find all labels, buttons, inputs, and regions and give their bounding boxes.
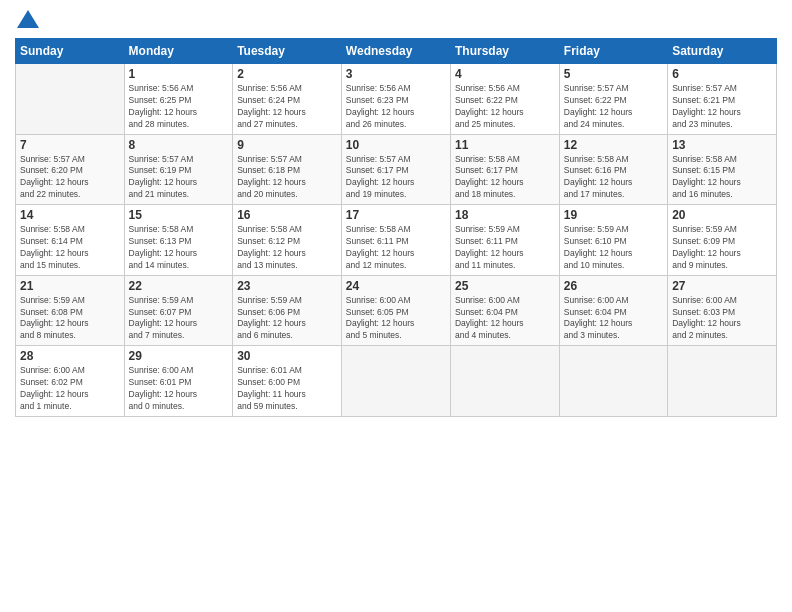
- day-number: 14: [20, 208, 120, 222]
- day-info: Sunrise: 5:58 AMSunset: 6:13 PMDaylight:…: [129, 224, 229, 272]
- day-info: Sunrise: 5:57 AMSunset: 6:19 PMDaylight:…: [129, 154, 229, 202]
- day-info: Sunrise: 5:56 AMSunset: 6:23 PMDaylight:…: [346, 83, 446, 131]
- day-info: Sunrise: 5:59 AMSunset: 6:06 PMDaylight:…: [237, 295, 337, 343]
- day-number: 20: [672, 208, 772, 222]
- calendar-cell: 23Sunrise: 5:59 AMSunset: 6:06 PMDayligh…: [233, 275, 342, 346]
- day-number: 13: [672, 138, 772, 152]
- calendar-header-row: SundayMondayTuesdayWednesdayThursdayFrid…: [16, 39, 777, 64]
- calendar-cell: [16, 64, 125, 135]
- calendar-cell: 15Sunrise: 5:58 AMSunset: 6:13 PMDayligh…: [124, 205, 233, 276]
- day-info: Sunrise: 5:57 AMSunset: 6:20 PMDaylight:…: [20, 154, 120, 202]
- calendar-cell: 8Sunrise: 5:57 AMSunset: 6:19 PMDaylight…: [124, 134, 233, 205]
- calendar-cell: 7Sunrise: 5:57 AMSunset: 6:20 PMDaylight…: [16, 134, 125, 205]
- logo-line: [15, 10, 39, 30]
- day-number: 5: [564, 67, 663, 81]
- day-number: 25: [455, 279, 555, 293]
- day-number: 27: [672, 279, 772, 293]
- day-number: 23: [237, 279, 337, 293]
- calendar-cell: 20Sunrise: 5:59 AMSunset: 6:09 PMDayligh…: [668, 205, 777, 276]
- calendar-table: SundayMondayTuesdayWednesdayThursdayFrid…: [15, 38, 777, 417]
- day-info: Sunrise: 6:01 AMSunset: 6:00 PMDaylight:…: [237, 365, 337, 413]
- calendar-cell: 9Sunrise: 5:57 AMSunset: 6:18 PMDaylight…: [233, 134, 342, 205]
- calendar-cell: [450, 346, 559, 417]
- day-info: Sunrise: 5:59 AMSunset: 6:08 PMDaylight:…: [20, 295, 120, 343]
- day-number: 12: [564, 138, 663, 152]
- day-number: 21: [20, 279, 120, 293]
- day-info: Sunrise: 6:00 AMSunset: 6:01 PMDaylight:…: [129, 365, 229, 413]
- day-info: Sunrise: 5:59 AMSunset: 6:11 PMDaylight:…: [455, 224, 555, 272]
- calendar-header-monday: Monday: [124, 39, 233, 64]
- calendar-cell: 16Sunrise: 5:58 AMSunset: 6:12 PMDayligh…: [233, 205, 342, 276]
- day-info: Sunrise: 5:58 AMSunset: 6:12 PMDaylight:…: [237, 224, 337, 272]
- logo: [15, 10, 39, 30]
- calendar-cell: 5Sunrise: 5:57 AMSunset: 6:22 PMDaylight…: [559, 64, 667, 135]
- calendar-cell: 4Sunrise: 5:56 AMSunset: 6:22 PMDaylight…: [450, 64, 559, 135]
- calendar-cell: 21Sunrise: 5:59 AMSunset: 6:08 PMDayligh…: [16, 275, 125, 346]
- day-number: 9: [237, 138, 337, 152]
- day-number: 28: [20, 349, 120, 363]
- calendar-week-3: 14Sunrise: 5:58 AMSunset: 6:14 PMDayligh…: [16, 205, 777, 276]
- day-info: Sunrise: 5:56 AMSunset: 6:22 PMDaylight:…: [455, 83, 555, 131]
- day-number: 19: [564, 208, 663, 222]
- page: SundayMondayTuesdayWednesdayThursdayFrid…: [0, 0, 792, 612]
- svg-marker-0: [17, 10, 39, 28]
- calendar-cell: 25Sunrise: 6:00 AMSunset: 6:04 PMDayligh…: [450, 275, 559, 346]
- day-number: 17: [346, 208, 446, 222]
- day-info: Sunrise: 5:59 AMSunset: 6:10 PMDaylight:…: [564, 224, 663, 272]
- day-info: Sunrise: 6:00 AMSunset: 6:05 PMDaylight:…: [346, 295, 446, 343]
- calendar-header-friday: Friday: [559, 39, 667, 64]
- calendar-cell: 29Sunrise: 6:00 AMSunset: 6:01 PMDayligh…: [124, 346, 233, 417]
- day-info: Sunrise: 6:00 AMSunset: 6:02 PMDaylight:…: [20, 365, 120, 413]
- calendar-cell: 2Sunrise: 5:56 AMSunset: 6:24 PMDaylight…: [233, 64, 342, 135]
- day-info: Sunrise: 5:57 AMSunset: 6:17 PMDaylight:…: [346, 154, 446, 202]
- day-info: Sunrise: 6:00 AMSunset: 6:04 PMDaylight:…: [564, 295, 663, 343]
- calendar-header-tuesday: Tuesday: [233, 39, 342, 64]
- day-info: Sunrise: 5:56 AMSunset: 6:24 PMDaylight:…: [237, 83, 337, 131]
- day-number: 3: [346, 67, 446, 81]
- day-number: 22: [129, 279, 229, 293]
- day-info: Sunrise: 6:00 AMSunset: 6:03 PMDaylight:…: [672, 295, 772, 343]
- day-number: 8: [129, 138, 229, 152]
- day-number: 7: [20, 138, 120, 152]
- calendar-cell: 11Sunrise: 5:58 AMSunset: 6:17 PMDayligh…: [450, 134, 559, 205]
- calendar-cell: [559, 346, 667, 417]
- calendar-cell: 13Sunrise: 5:58 AMSunset: 6:15 PMDayligh…: [668, 134, 777, 205]
- header: [15, 10, 777, 30]
- day-info: Sunrise: 5:58 AMSunset: 6:14 PMDaylight:…: [20, 224, 120, 272]
- day-number: 30: [237, 349, 337, 363]
- calendar-cell: 14Sunrise: 5:58 AMSunset: 6:14 PMDayligh…: [16, 205, 125, 276]
- day-info: Sunrise: 5:57 AMSunset: 6:21 PMDaylight:…: [672, 83, 772, 131]
- day-info: Sunrise: 5:59 AMSunset: 6:07 PMDaylight:…: [129, 295, 229, 343]
- calendar-week-2: 7Sunrise: 5:57 AMSunset: 6:20 PMDaylight…: [16, 134, 777, 205]
- calendar-cell: 27Sunrise: 6:00 AMSunset: 6:03 PMDayligh…: [668, 275, 777, 346]
- day-info: Sunrise: 5:58 AMSunset: 6:16 PMDaylight:…: [564, 154, 663, 202]
- calendar-cell: 30Sunrise: 6:01 AMSunset: 6:00 PMDayligh…: [233, 346, 342, 417]
- calendar-cell: 1Sunrise: 5:56 AMSunset: 6:25 PMDaylight…: [124, 64, 233, 135]
- calendar-cell: 26Sunrise: 6:00 AMSunset: 6:04 PMDayligh…: [559, 275, 667, 346]
- calendar-cell: 19Sunrise: 5:59 AMSunset: 6:10 PMDayligh…: [559, 205, 667, 276]
- calendar-header-thursday: Thursday: [450, 39, 559, 64]
- calendar-cell: 18Sunrise: 5:59 AMSunset: 6:11 PMDayligh…: [450, 205, 559, 276]
- calendar-cell: 28Sunrise: 6:00 AMSunset: 6:02 PMDayligh…: [16, 346, 125, 417]
- calendar-header-wednesday: Wednesday: [341, 39, 450, 64]
- calendar-cell: 3Sunrise: 5:56 AMSunset: 6:23 PMDaylight…: [341, 64, 450, 135]
- day-number: 6: [672, 67, 772, 81]
- day-info: Sunrise: 6:00 AMSunset: 6:04 PMDaylight:…: [455, 295, 555, 343]
- calendar-cell: 10Sunrise: 5:57 AMSunset: 6:17 PMDayligh…: [341, 134, 450, 205]
- day-number: 10: [346, 138, 446, 152]
- day-number: 15: [129, 208, 229, 222]
- day-info: Sunrise: 5:58 AMSunset: 6:15 PMDaylight:…: [672, 154, 772, 202]
- calendar-header-sunday: Sunday: [16, 39, 125, 64]
- calendar-week-4: 21Sunrise: 5:59 AMSunset: 6:08 PMDayligh…: [16, 275, 777, 346]
- calendar-cell: 24Sunrise: 6:00 AMSunset: 6:05 PMDayligh…: [341, 275, 450, 346]
- calendar-header-saturday: Saturday: [668, 39, 777, 64]
- day-info: Sunrise: 5:56 AMSunset: 6:25 PMDaylight:…: [129, 83, 229, 131]
- day-info: Sunrise: 5:57 AMSunset: 6:22 PMDaylight:…: [564, 83, 663, 131]
- day-number: 11: [455, 138, 555, 152]
- day-info: Sunrise: 5:57 AMSunset: 6:18 PMDaylight:…: [237, 154, 337, 202]
- day-info: Sunrise: 5:58 AMSunset: 6:11 PMDaylight:…: [346, 224, 446, 272]
- day-number: 16: [237, 208, 337, 222]
- calendar-cell: [668, 346, 777, 417]
- calendar-cell: 12Sunrise: 5:58 AMSunset: 6:16 PMDayligh…: [559, 134, 667, 205]
- logo-icon: [17, 8, 39, 30]
